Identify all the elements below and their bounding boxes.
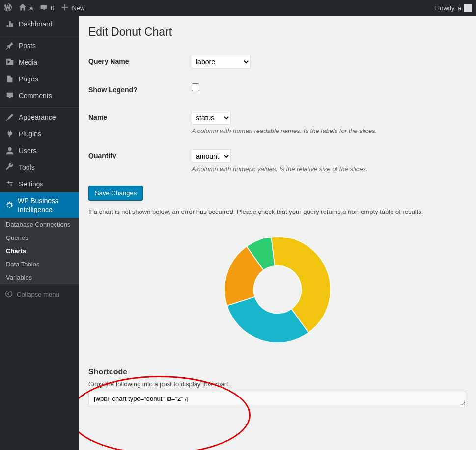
submenu-queries[interactable]: Queries bbox=[0, 231, 79, 244]
menu-label: Media bbox=[19, 58, 37, 66]
menu-label: Appearance bbox=[19, 113, 56, 121]
svg-point-1 bbox=[6, 291, 12, 297]
menu-settings[interactable]: Settings bbox=[0, 176, 79, 192]
avatar bbox=[464, 4, 472, 12]
admin-bar: a 0 New Howdy, a bbox=[0, 0, 476, 16]
menu-label: Plugins bbox=[19, 130, 41, 138]
submenu-db-connections[interactable]: Database Connections bbox=[0, 218, 79, 231]
collapse-menu[interactable]: Collapse menu bbox=[0, 286, 79, 303]
content-area: Edit Donut Chart Query Name labore Show … bbox=[79, 16, 476, 450]
menu-label: Dashboard bbox=[19, 20, 53, 28]
dashboard-icon bbox=[5, 20, 15, 28]
menu-label: Comments bbox=[19, 92, 52, 100]
media-icon bbox=[5, 58, 15, 67]
menu-wpbi[interactable]: WP Business Intelligence bbox=[0, 192, 79, 218]
menu-posts[interactable]: Posts bbox=[0, 37, 79, 54]
brush-icon bbox=[5, 113, 15, 122]
shortcode-desc: Copy the following into a post to displa… bbox=[88, 380, 466, 388]
select-quantity[interactable]: amount bbox=[192, 149, 231, 163]
shortcode-title: Shortcode bbox=[88, 368, 466, 376]
menu-label: WP Business Intelligence bbox=[18, 196, 74, 214]
page-title: Edit Donut Chart bbox=[88, 26, 466, 39]
menu-pages[interactable]: Pages bbox=[0, 71, 79, 87]
comment-count: 0 bbox=[51, 4, 54, 12]
submenu-variables[interactable]: Variables bbox=[0, 271, 79, 284]
site-home[interactable]: a bbox=[19, 3, 33, 13]
menu-users[interactable]: Users bbox=[0, 142, 79, 159]
wp-logo[interactable] bbox=[4, 3, 12, 13]
menu-label: Users bbox=[19, 147, 37, 155]
error-note: If a chart is not shown below, an error … bbox=[88, 208, 466, 215]
chart-preview bbox=[88, 223, 466, 356]
label-name: Name bbox=[88, 104, 187, 142]
sliders-icon bbox=[5, 180, 15, 188]
desc-quantity: A column with numeric values. Is the rel… bbox=[192, 165, 461, 173]
menu-label: Posts bbox=[19, 42, 36, 50]
wrench-icon bbox=[5, 163, 15, 172]
site-name: a bbox=[29, 4, 33, 12]
svg-point-0 bbox=[8, 147, 11, 151]
menu-media[interactable]: Media bbox=[0, 54, 79, 71]
save-button[interactable]: Save Changes bbox=[88, 186, 143, 200]
menu-comments[interactable]: Comments bbox=[0, 87, 79, 104]
new-label: New bbox=[72, 4, 84, 12]
new-content[interactable]: New bbox=[61, 3, 84, 13]
gear-icon bbox=[5, 201, 14, 210]
howdy-account[interactable]: Howdy, a bbox=[435, 4, 472, 12]
collapse-label: Collapse menu bbox=[17, 291, 59, 298]
plug-icon bbox=[5, 130, 15, 138]
select-query-name[interactable]: labore bbox=[192, 55, 251, 69]
shortcode-box[interactable] bbox=[88, 392, 466, 406]
select-name[interactable]: status bbox=[192, 111, 231, 125]
menu-label: Tools bbox=[19, 163, 35, 171]
comments-bubble[interactable]: 0 bbox=[40, 3, 54, 13]
checkbox-show-legend[interactable] bbox=[192, 83, 199, 91]
submenu-data-tables[interactable]: Data Tables bbox=[0, 258, 79, 271]
label-show-legend: Show Legend? bbox=[88, 76, 187, 104]
menu-label: Pages bbox=[19, 75, 38, 83]
menu-label: Settings bbox=[19, 180, 44, 188]
menu-appearance[interactable]: Appearance bbox=[0, 109, 79, 126]
user-icon bbox=[5, 146, 15, 155]
howdy-text: Howdy, a bbox=[435, 4, 461, 12]
comment-icon bbox=[5, 91, 15, 100]
donut-slice[interactable] bbox=[227, 297, 308, 343]
form-table: Query Name labore Show Legend? Name stat… bbox=[88, 48, 466, 180]
submenu-charts[interactable]: Charts bbox=[0, 244, 79, 258]
label-query-name: Query Name bbox=[88, 48, 187, 76]
desc-name: A column with human readable names. Is t… bbox=[192, 127, 461, 134]
pin-icon bbox=[5, 41, 15, 50]
donut-chart bbox=[211, 223, 344, 356]
label-quantity: Quantity bbox=[88, 142, 187, 180]
menu-plugins[interactable]: Plugins bbox=[0, 126, 79, 142]
menu-tools[interactable]: Tools bbox=[0, 159, 79, 176]
admin-sidebar: Dashboard Posts Media Pages Comments App… bbox=[0, 16, 79, 450]
page-icon bbox=[5, 75, 15, 83]
submenu-wpbi: Database Connections Queries Charts Data… bbox=[0, 218, 79, 284]
menu-dashboard[interactable]: Dashboard bbox=[0, 16, 79, 32]
collapse-icon bbox=[5, 290, 13, 299]
